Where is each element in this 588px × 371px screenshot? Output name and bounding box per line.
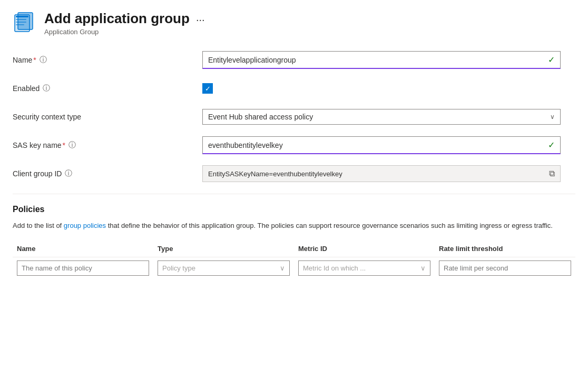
client-group-row: Client group ID ⓘ EntitySASKeyName=event… <box>13 164 575 183</box>
enabled-label: Enabled ⓘ <box>13 84 202 93</box>
name-row: Name * ⓘ Entitylevelapplicationgroup ✓ <box>13 51 575 69</box>
security-context-dropdown[interactable]: Event Hub shared access policy ∨ <box>202 109 561 125</box>
security-context-control: Event Hub shared access policy ∨ <box>202 109 561 125</box>
svg-rect-2 <box>18 13 33 29</box>
name-info-icon[interactable]: ⓘ <box>40 55 47 65</box>
copy-icon[interactable]: ⧉ <box>549 169 555 178</box>
col-header-metric: Metric ID <box>294 242 435 257</box>
policy-metric-cell: Metric Id on which ... ∨ <box>294 257 435 279</box>
security-context-chevron-icon: ∨ <box>550 113 555 121</box>
enabled-row: Enabled ⓘ ✓ <box>13 79 575 98</box>
svg-rect-5 <box>16 19 26 20</box>
policies-table-header: Name Type Metric ID Rate limit threshold <box>13 242 575 257</box>
col-header-rate: Rate limit threshold <box>435 242 575 257</box>
header-menu-button[interactable]: ··· <box>196 14 205 26</box>
svg-rect-6 <box>16 22 26 23</box>
sas-key-row: SAS key name * ⓘ eventhubentitylevelkey … <box>13 136 575 155</box>
policy-name-input[interactable] <box>17 260 149 276</box>
policy-type-dropdown[interactable]: Policy type ∨ <box>158 260 290 276</box>
sas-key-input[interactable]: eventhubentitylevelkey ✓ <box>202 136 561 154</box>
enabled-control: ✓ <box>202 83 561 94</box>
page-header: Add application group Application Group … <box>13 11 575 36</box>
sas-key-control: eventhubentitylevelkey ✓ <box>202 136 561 154</box>
page-title: Add application group <box>44 11 190 27</box>
col-header-name: Name <box>13 242 153 257</box>
header-text-block: Add application group Application Group <box>44 11 190 36</box>
security-context-row: Security context type Event Hub shared a… <box>13 107 575 126</box>
client-group-field: EntitySASKeyName=eventhubentitylevelkey … <box>202 165 561 182</box>
svg-rect-7 <box>16 24 24 25</box>
policy-name-cell <box>13 257 153 279</box>
policies-description: Add to the list of group policies that d… <box>13 220 575 231</box>
app-group-icon <box>13 11 38 36</box>
policy-rate-cell <box>435 257 575 279</box>
name-input-container: Entitylevelapplicationgroup ✓ <box>202 51 561 69</box>
policy-metric-chevron-icon: ∨ <box>420 264 426 272</box>
policies-table-body: Policy type ∨ Metric Id on which ... ∨ <box>13 257 575 279</box>
section-divider <box>13 194 575 194</box>
policies-section: Policies Add to the list of group polici… <box>13 205 575 279</box>
client-group-control: EntitySASKeyName=eventhubentitylevelkey … <box>202 165 561 182</box>
enabled-info-icon[interactable]: ⓘ <box>43 84 50 93</box>
sas-key-info-icon[interactable]: ⓘ <box>68 141 76 150</box>
policies-title: Policies <box>13 205 575 214</box>
enabled-checkbox-container: ✓ <box>202 83 561 94</box>
sas-key-label: SAS key name * ⓘ <box>13 141 202 150</box>
policy-type-chevron-icon: ∨ <box>280 264 285 272</box>
client-group-label: Client group ID ⓘ <box>13 169 202 178</box>
sas-key-check-icon: ✓ <box>548 140 555 150</box>
col-header-type: Type <box>153 242 294 257</box>
enabled-checkbox[interactable]: ✓ <box>202 83 213 94</box>
name-label: Name * ⓘ <box>13 55 202 65</box>
group-policies-link[interactable]: group policies <box>64 222 106 229</box>
name-check-icon: ✓ <box>548 55 555 65</box>
svg-rect-4 <box>16 16 28 17</box>
policy-type-cell: Policy type ∨ <box>153 257 294 279</box>
table-header-row: Name Type Metric ID Rate limit threshold <box>13 242 575 257</box>
name-input[interactable]: Entitylevelapplicationgroup ✓ <box>202 51 561 69</box>
security-context-label: Security context type <box>13 113 202 121</box>
client-group-info-icon[interactable]: ⓘ <box>65 169 72 178</box>
policies-table: Name Type Metric ID Rate limit threshold… <box>13 242 575 279</box>
table-row: Policy type ∨ Metric Id on which ... ∨ <box>13 257 575 279</box>
policy-metric-dropdown[interactable]: Metric Id on which ... ∨ <box>298 260 430 276</box>
page-subtitle: Application Group <box>44 28 190 36</box>
form-section: Name * ⓘ Entitylevelapplicationgroup ✓ E… <box>13 51 575 183</box>
checkbox-checkmark: ✓ <box>205 85 211 93</box>
policy-rate-input[interactable] <box>439 260 571 276</box>
